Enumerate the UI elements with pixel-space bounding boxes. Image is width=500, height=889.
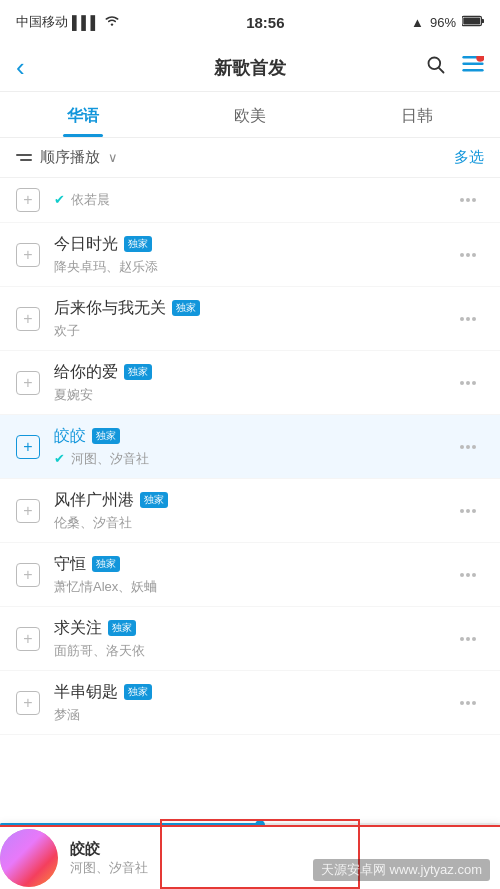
song-item-5[interactable]: + 风伴广州港 独家 伦桑、汐音社 <box>0 479 500 543</box>
avatar-image <box>0 829 58 887</box>
song-info: 今日时光 独家 降央卓玛、赵乐添 <box>54 234 452 276</box>
nav-left: ‹ <box>16 52 25 83</box>
song-title: 给你的爱 <box>54 362 118 383</box>
more-button[interactable] <box>452 431 484 463</box>
back-button[interactable]: ‹ <box>16 52 25 83</box>
add-button[interactable]: + <box>16 371 40 395</box>
tab-bar: 华语 欧美 日韩 <box>0 92 500 138</box>
song-title: 风伴广州港 <box>54 490 134 511</box>
song-info: 半串钥匙 独家 梦涵 <box>54 682 452 724</box>
song-artist: 萧忆情Alex、妖蛐 <box>54 578 452 596</box>
song-item-7[interactable]: + 求关注 独家 面筋哥、洛天依 <box>0 607 500 671</box>
song-title: 今日时光 <box>54 234 118 255</box>
verified-icon: ✔ <box>54 451 65 466</box>
song-title-row: 给你的爱 独家 <box>54 362 452 383</box>
song-title: 后来你与我无关 <box>54 298 166 319</box>
song-item-partial[interactable]: + ✔ 依若晨 <box>0 178 500 223</box>
more-button[interactable] <box>452 559 484 591</box>
exclusive-badge: 独家 <box>108 620 136 636</box>
add-button[interactable]: + <box>16 627 40 651</box>
exclusive-badge: 独家 <box>124 364 152 380</box>
search-button[interactable] <box>426 55 446 80</box>
tab-chinese[interactable]: 华语 <box>0 92 167 137</box>
exclusive-badge: 独家 <box>172 300 200 316</box>
carrier-text: 中国移动 <box>16 13 68 31</box>
more-button[interactable] <box>452 367 484 399</box>
add-button[interactable]: + <box>16 243 40 267</box>
more-button[interactable] <box>452 184 484 216</box>
battery-percent: 96% <box>430 15 456 30</box>
song-artist: 梦涵 <box>54 706 452 724</box>
add-button[interactable]: + <box>16 188 40 212</box>
song-title-row: 今日时光 独家 <box>54 234 452 255</box>
exclusive-badge: 独家 <box>92 428 120 444</box>
more-button[interactable] <box>452 495 484 527</box>
song-title-row: 求关注 独家 <box>54 618 452 639</box>
song-info: 皎皎 独家 ✔ 河图、汐音社 <box>54 426 452 468</box>
menu-button[interactable] <box>462 56 484 79</box>
nav-title: 新歌首发 <box>214 56 286 80</box>
more-button[interactable] <box>452 239 484 271</box>
song-artist: 夏婉安 <box>54 386 452 404</box>
song-artist: ✔ 河图、汐音社 <box>54 450 452 468</box>
add-button[interactable]: + <box>16 563 40 587</box>
signal-icon: ▌▌▌ <box>72 15 100 30</box>
svg-line-5 <box>439 68 444 73</box>
song-title-row: 守恒 独家 <box>54 554 452 575</box>
song-item-6[interactable]: + 守恒 独家 萧忆情Alex、妖蛐 <box>0 543 500 607</box>
status-right: ▲ 96% <box>411 15 484 30</box>
song-title: 皎皎 <box>54 426 86 447</box>
exclusive-badge: 独家 <box>124 236 152 252</box>
verified-icon: ✔ <box>54 192 65 207</box>
sort-icon <box>16 154 32 161</box>
song-info: 守恒 独家 萧忆情Alex、妖蛐 <box>54 554 452 596</box>
svg-point-9 <box>476 56 484 62</box>
song-list: + ✔ 依若晨 + 今日时光 独家 降央卓玛、赵乐添 + 后来你 <box>0 178 500 821</box>
song-item-1[interactable]: + 今日时光 独家 降央卓玛、赵乐添 <box>0 223 500 287</box>
more-button[interactable] <box>452 303 484 335</box>
exclusive-badge: 独家 <box>124 684 152 700</box>
status-time: 18:56 <box>246 14 284 31</box>
now-playing-bar[interactable]: 皎皎 河图、汐音社 <box>0 825 500 889</box>
song-item-4[interactable]: + 皎皎 独家 ✔ 河图、汐音社 <box>0 415 500 479</box>
add-button[interactable]: + <box>16 691 40 715</box>
toolbar: 顺序播放 ∨ 多选 <box>0 138 500 178</box>
sort-chevron: ∨ <box>108 150 118 165</box>
song-artist: ✔ 依若晨 <box>54 191 452 209</box>
song-info: ✔ 依若晨 <box>54 191 452 209</box>
status-left: 中国移动 ▌▌▌ <box>16 13 120 31</box>
song-title: 求关注 <box>54 618 102 639</box>
song-title-row: 风伴广州港 独家 <box>54 490 452 511</box>
add-button[interactable]: + <box>16 435 40 459</box>
more-button[interactable] <box>452 687 484 719</box>
svg-rect-2 <box>481 18 484 22</box>
avatar <box>0 829 58 887</box>
more-button[interactable] <box>452 623 484 655</box>
sort-label: 顺序播放 <box>40 148 100 167</box>
sort-control[interactable]: 顺序播放 ∨ <box>16 148 118 167</box>
add-button[interactable]: + <box>16 499 40 523</box>
song-item-2[interactable]: + 后来你与我无关 独家 欢子 <box>0 287 500 351</box>
song-info: 风伴广州港 独家 伦桑、汐音社 <box>54 490 452 532</box>
song-title-row: 半串钥匙 独家 <box>54 682 452 703</box>
tab-japanese-korean[interactable]: 日韩 <box>333 92 500 137</box>
song-title-row: 后来你与我无关 独家 <box>54 298 452 319</box>
svg-rect-7 <box>462 63 483 65</box>
nav-bar: ‹ 新歌首发 <box>0 44 500 92</box>
song-title: 半串钥匙 <box>54 682 118 703</box>
now-playing-artist: 河图、汐音社 <box>70 859 500 877</box>
tab-western[interactable]: 欧美 <box>167 92 334 137</box>
song-artist: 面筋哥、洛天依 <box>54 642 452 660</box>
battery-icon <box>462 15 484 30</box>
now-playing-title: 皎皎 <box>70 840 500 859</box>
svg-point-0 <box>110 23 112 25</box>
song-item-8[interactable]: + 半串钥匙 独家 梦涵 <box>0 671 500 735</box>
song-info: 求关注 独家 面筋哥、洛天依 <box>54 618 452 660</box>
wifi-icon <box>104 15 120 30</box>
song-item-3[interactable]: + 给你的爱 独家 夏婉安 <box>0 351 500 415</box>
multiselect-button[interactable]: 多选 <box>454 148 484 167</box>
add-button[interactable]: + <box>16 307 40 331</box>
exclusive-badge: 独家 <box>92 556 120 572</box>
exclusive-badge: 独家 <box>140 492 168 508</box>
location-icon: ▲ <box>411 15 424 30</box>
